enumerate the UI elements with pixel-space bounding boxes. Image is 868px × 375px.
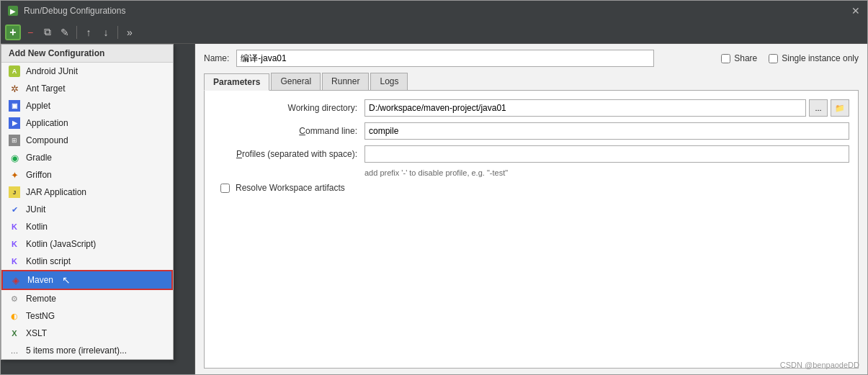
resolve-workspace-checkbox[interactable] — [220, 184, 230, 193]
jar-application-label: JAR Application — [26, 187, 86, 197]
jar-icon: J — [9, 186, 20, 198]
dropdown-item-junit[interactable]: ✔ JUnit — [1, 201, 173, 218]
single-instance-option: Single instance only — [769, 53, 859, 63]
kotlin-script-label: Kotlin script — [26, 256, 71, 266]
dropdown-item-kotlin-script[interactable]: K Kotlin script — [1, 253, 173, 270]
testng-icon: ◐ — [9, 310, 20, 322]
top-right-options: Share Single instance only — [721, 53, 859, 63]
maven-icon: ◈ — [10, 274, 22, 286]
dropdown-item-gradle[interactable]: ◉ Gradle — [1, 149, 173, 166]
maven-label: Maven — [27, 275, 53, 285]
working-directory-field: ... 📁 — [364, 99, 849, 117]
watermark: CSDN @benpaodeDD — [780, 361, 859, 369]
profiles-row: Profiles (separated with space): — [213, 145, 849, 163]
resolve-workspace-row: Resolve Workspace artifacts — [220, 183, 849, 193]
profiles-label: Profiles (separated with space): — [213, 149, 357, 159]
working-directory-input[interactable] — [364, 99, 806, 117]
kotlin-icon: K — [9, 221, 20, 232]
dropdown-item-kotlin[interactable]: K Kotlin — [1, 218, 173, 235]
toolbar-separator-1 — [76, 26, 77, 39]
remove-configuration-button[interactable]: − — [22, 24, 38, 40]
application-icon: ▶ — [9, 117, 20, 129]
title-bar-left: ▶ Run/Debug Configurations — [8, 6, 125, 16]
android-junit-label: Android JUnit — [26, 66, 78, 76]
more-items-label: 5 items more (irrelevant)... — [26, 345, 127, 356]
compound-icon: ⊞ — [9, 135, 20, 146]
dialog-title: Run/Debug Configurations — [24, 6, 125, 16]
main-panel: Name: Share Single instance only Paramet… — [195, 44, 867, 374]
working-directory-label: Working directory: — [213, 103, 357, 113]
profiles-hint: add prefix '-' to disable profile, e.g. … — [364, 168, 849, 177]
sidebar: Add New Configuration A Android JUnit ✲ … — [1, 44, 195, 374]
mouse-cursor: ↖ — [62, 274, 71, 286]
application-label: Application — [26, 118, 68, 128]
profiles-input[interactable] — [364, 145, 849, 163]
edit-defaults-button[interactable]: ✎ — [57, 24, 73, 40]
dropdown-item-applet[interactable]: ▣ Applet — [1, 97, 173, 114]
tab-runner[interactable]: Runner — [322, 73, 369, 90]
working-directory-browse-dots[interactable]: ... — [809, 99, 828, 117]
remote-icon: ⚙ — [9, 293, 20, 304]
kotlin-js-icon: K — [9, 238, 20, 250]
command-line-label: Command line: — [213, 126, 357, 136]
close-button[interactable]: ✕ — [851, 5, 860, 17]
xslt-icon: X — [9, 327, 20, 339]
dropdown-item-maven[interactable]: ◈ Maven ↖ — [1, 270, 173, 290]
dropdown-item-android-junit[interactable]: A Android JUnit — [1, 63, 173, 80]
add-configuration-button[interactable]: + — [5, 24, 21, 40]
xslt-label: XSLT — [26, 328, 47, 338]
more-button[interactable]: » — [122, 24, 138, 40]
ant-target-icon: ✲ — [9, 83, 20, 94]
dropdown-item-jar-application[interactable]: J JAR Application — [1, 184, 173, 201]
kotlin-js-label: Kotlin (JavaScript) — [26, 239, 96, 249]
move-down-button[interactable]: ↓ — [98, 24, 114, 40]
title-bar: ▶ Run/Debug Configurations ✕ — [1, 1, 867, 21]
share-option: Share — [721, 53, 757, 63]
dropdown-item-griffon[interactable]: ✦ Griffon — [1, 166, 173, 184]
remote-label: Remote — [26, 294, 56, 304]
dropdown-header: Add New Configuration — [1, 45, 173, 63]
working-directory-browse-folder[interactable]: 📁 — [831, 99, 849, 117]
compound-label: Compound — [26, 135, 68, 145]
dropdown-item-application[interactable]: ▶ Application — [1, 114, 173, 132]
move-up-button[interactable]: ↑ — [81, 24, 97, 40]
share-label: Share — [734, 53, 757, 63]
applet-label: Applet — [26, 101, 50, 111]
more-items-icon: … — [9, 345, 20, 356]
share-checkbox[interactable] — [721, 54, 730, 63]
dialog-icon: ▶ — [8, 6, 18, 16]
tab-parameters[interactable]: Parameters — [204, 73, 269, 91]
resolve-workspace-label: Resolve Workspace artifacts — [236, 183, 345, 193]
toolbar: + − ⧉ ✎ ↑ ↓ » — [1, 21, 867, 44]
copy-configuration-button[interactable]: ⧉ — [40, 24, 55, 40]
dropdown-item-more[interactable]: … 5 items more (irrelevant)... — [1, 342, 173, 359]
tab-logs[interactable]: Logs — [370, 73, 408, 90]
applet-icon: ▣ — [9, 100, 20, 112]
content: Add New Configuration A Android JUnit ✲ … — [1, 44, 867, 374]
gradle-label: Gradle — [26, 153, 52, 163]
tab-content-parameters: Working directory: ... 📁 Command line: P… — [204, 91, 859, 369]
name-input[interactable] — [236, 50, 654, 67]
command-line-row: Command line: — [213, 122, 849, 140]
kotlin-label: Kotlin — [26, 222, 48, 232]
gradle-icon: ◉ — [9, 152, 20, 163]
tab-general[interactable]: General — [271, 73, 321, 90]
tabs: Parameters General Runner Logs — [204, 73, 859, 91]
dropdown-item-xslt[interactable]: X XSLT — [1, 325, 173, 342]
dropdown-item-ant-target[interactable]: ✲ Ant Target — [1, 80, 173, 97]
dropdown-item-kotlin-js[interactable]: K Kotlin (JavaScript) — [1, 235, 173, 253]
command-line-input[interactable] — [364, 122, 849, 140]
toolbar-separator-2 — [117, 26, 118, 39]
name-label: Name: — [204, 53, 229, 63]
griffon-icon: ✦ — [9, 169, 20, 181]
android-junit-icon: A — [9, 65, 20, 77]
single-instance-checkbox[interactable] — [769, 54, 778, 63]
working-directory-row: Working directory: ... 📁 — [213, 99, 849, 117]
junit-icon: ✔ — [9, 204, 20, 215]
griffon-label: Griffon — [26, 170, 52, 180]
dropdown-item-compound[interactable]: ⊞ Compound — [1, 132, 173, 149]
dropdown-item-testng[interactable]: ◐ TestNG — [1, 307, 173, 325]
dropdown-item-remote[interactable]: ⚙ Remote — [1, 290, 173, 307]
junit-label: JUnit — [26, 204, 45, 214]
kotlin-script-icon: K — [9, 256, 20, 267]
